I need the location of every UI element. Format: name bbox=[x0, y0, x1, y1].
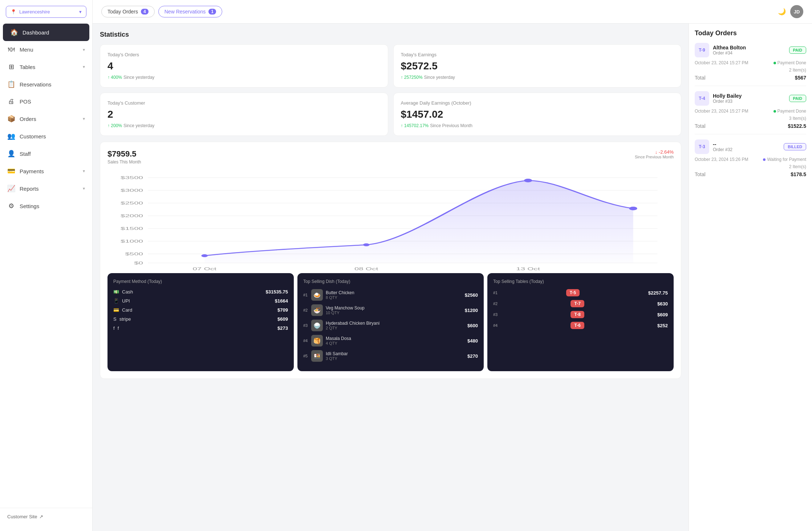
dish-price: $1200 bbox=[465, 308, 478, 313]
dish-rank: #4 bbox=[303, 339, 308, 343]
order-customer-name: Althea Bolton bbox=[713, 45, 785, 50]
dish-info: Butter Chicken 8 QTY bbox=[326, 290, 462, 300]
order-customer-name: -- bbox=[713, 141, 780, 147]
payment-method-row: 📱 UPI $1664 bbox=[113, 298, 288, 304]
stat-change-pct: ↑ 200% bbox=[107, 123, 122, 128]
sidebar-item-menu[interactable]: 🍽 Menu ▾ bbox=[0, 41, 92, 58]
tab-badge: 4 bbox=[141, 9, 149, 15]
order-header: T-9 Althea Bolton Order #34 PAID bbox=[695, 43, 806, 57]
avatar[interactable]: JD bbox=[790, 5, 803, 18]
order-table-badge: T-3 bbox=[695, 139, 709, 154]
table-price: $630 bbox=[657, 301, 668, 307]
dish-image: 🥞 bbox=[311, 335, 323, 346]
table-badge: T-8 bbox=[571, 311, 584, 318]
table-badge: T-5 bbox=[566, 289, 580, 296]
sidebar-item-payments[interactable]: 💳 Payments ▾ bbox=[0, 162, 92, 180]
svg-point-20 bbox=[363, 243, 370, 246]
sidebar-item-tables[interactable]: ⊞ Tables ▾ bbox=[0, 58, 92, 76]
svg-point-21 bbox=[524, 179, 532, 182]
dish-qty: 8 QTY bbox=[326, 295, 462, 300]
dark-mode-toggle[interactable]: 🌙 bbox=[778, 8, 786, 16]
chevron-right-icon: ▾ bbox=[83, 64, 85, 69]
dish-price: $270 bbox=[467, 353, 478, 359]
payment-method-row: 💵 Cash $31535.75 bbox=[113, 289, 288, 295]
order-items-row: 2 Item(s) bbox=[695, 164, 806, 169]
pin-icon: 📍 bbox=[11, 9, 16, 15]
svg-text:$3000: $3000 bbox=[121, 189, 143, 193]
svg-text:07 Oct: 07 Oct bbox=[192, 267, 216, 271]
chart-change-block: ↓ -2.64% Since Previous Month bbox=[635, 149, 674, 159]
order-total-value: $1522.5 bbox=[788, 123, 806, 129]
dish-name: Hyderabadi Chicken Biryani bbox=[326, 321, 464, 326]
sidebar-item-pos[interactable]: 🖨 POS bbox=[0, 93, 92, 110]
sidebar-item-staff[interactable]: 👤 Staff bbox=[0, 145, 92, 162]
sidebar-item-label: Tables bbox=[20, 64, 35, 70]
payment-method-name: f f bbox=[113, 325, 119, 331]
payment-method-name: 💳 Card bbox=[113, 307, 132, 313]
svg-text:$2500: $2500 bbox=[121, 201, 143, 206]
top-tables-panel: Top Selling Tables (Today) #1 T-5 $2257.… bbox=[487, 273, 674, 371]
dish-info: Idli Sambar 3 QTY bbox=[326, 351, 464, 361]
payment-label: UPI bbox=[122, 298, 130, 304]
external-link-icon: ↗ bbox=[39, 514, 43, 519]
location-name: Lawrenceshire bbox=[19, 9, 50, 15]
chevron-right-icon: ▾ bbox=[83, 116, 85, 121]
dish-price: $480 bbox=[467, 338, 478, 344]
customer-site-link[interactable]: Customer Site ↗ bbox=[7, 514, 85, 519]
payment-label: f bbox=[118, 325, 119, 331]
orders-icon: 📦 bbox=[7, 115, 15, 123]
order-total-label: Total bbox=[695, 75, 706, 81]
order-num: Order #33 bbox=[713, 99, 785, 104]
payment-icon: 💳 bbox=[113, 307, 119, 313]
sidebar-item-label: Settings bbox=[20, 203, 39, 209]
table-rank: #2 bbox=[493, 301, 498, 306]
payment-amount: $609 bbox=[277, 316, 288, 322]
payment-methods-panel: Payment Method (Today) 💵 Cash $31535.75 … bbox=[107, 273, 294, 371]
stat-label: Average Daily Earnings (October) bbox=[401, 100, 674, 106]
svg-text:$2000: $2000 bbox=[121, 214, 143, 218]
stat-change-pct: ↑ 145702.17% bbox=[401, 123, 429, 128]
dish-image: 🍚 bbox=[311, 320, 323, 331]
payment-method-row: 💳 Card $709 bbox=[113, 307, 288, 313]
dish-rank: #1 bbox=[303, 293, 308, 297]
chart-card: $7959.5 Sales This Month ↓ -2.64% Since … bbox=[100, 142, 681, 379]
dish-row: #5 🍱 Idli Sambar 3 QTY $270 bbox=[303, 350, 478, 362]
payment-method-name: 📱 UPI bbox=[113, 298, 130, 304]
sidebar-item-dashboard[interactable]: 🏠 Dashboard bbox=[3, 24, 89, 41]
sidebar-item-reservations[interactable]: 📋 Reservations bbox=[0, 76, 92, 93]
payment-amount: $273 bbox=[277, 325, 288, 331]
order-total-value: $178.5 bbox=[791, 171, 806, 177]
order-card: T-3 -- Order #32 BILLED October 23, 2024… bbox=[695, 139, 806, 182]
sidebar-item-customers[interactable]: 👥 Customers bbox=[0, 127, 92, 145]
sidebar-item-orders[interactable]: 📦 Orders ▾ bbox=[0, 110, 92, 127]
order-total-label: Total bbox=[695, 171, 706, 177]
order-item-count: 2 Item(s) bbox=[789, 68, 806, 73]
stat-label: Today's Orders bbox=[107, 52, 381, 57]
dish-name: Masala Dosa bbox=[326, 336, 464, 341]
top-table-row: #3 T-8 $609 bbox=[493, 311, 668, 318]
order-datetime: October 23, 2024 15:26 PM bbox=[695, 157, 748, 162]
reports-icon: 📈 bbox=[7, 185, 15, 192]
chart-subtitle: Sales This Month bbox=[107, 159, 141, 165]
order-customer: Althea Bolton Order #34 bbox=[713, 45, 785, 56]
svg-text:08 Oct: 08 Oct bbox=[354, 267, 378, 271]
order-payment-status: Payment Done bbox=[774, 109, 806, 114]
svg-text:$3500: $3500 bbox=[121, 176, 143, 180]
payment-method-name: S stripe bbox=[113, 316, 131, 322]
tab-new-reservations[interactable]: New Reservations 1 bbox=[158, 6, 222, 17]
dish-info: Hyderabadi Chicken Biryani 2 QTY bbox=[326, 321, 464, 330]
stat-value: $2572.5 bbox=[401, 60, 674, 72]
sidebar-item-reports[interactable]: 📈 Reports ▾ bbox=[0, 180, 92, 197]
tab-today-orders[interactable]: Today Orders 4 bbox=[101, 6, 155, 17]
top-bar-right: 🌙 JD bbox=[778, 5, 803, 18]
sidebar-item-settings[interactable]: ⚙ Settings bbox=[0, 197, 92, 215]
stat-change-text: Since Previous Month bbox=[430, 123, 472, 128]
statistics-title: Statistics bbox=[100, 31, 681, 38]
table-price: $609 bbox=[657, 312, 668, 317]
location-selector[interactable]: 📍 Lawrenceshire ▾ bbox=[6, 6, 86, 18]
tab-badge: 1 bbox=[208, 9, 216, 15]
chart-total: $7959.5 bbox=[107, 149, 141, 159]
order-item-count: 2 Item(s) bbox=[789, 164, 806, 169]
tab-buttons: Today Orders 4 New Reservations 1 bbox=[101, 6, 222, 17]
sidebar-item-label: Menu bbox=[20, 46, 33, 53]
